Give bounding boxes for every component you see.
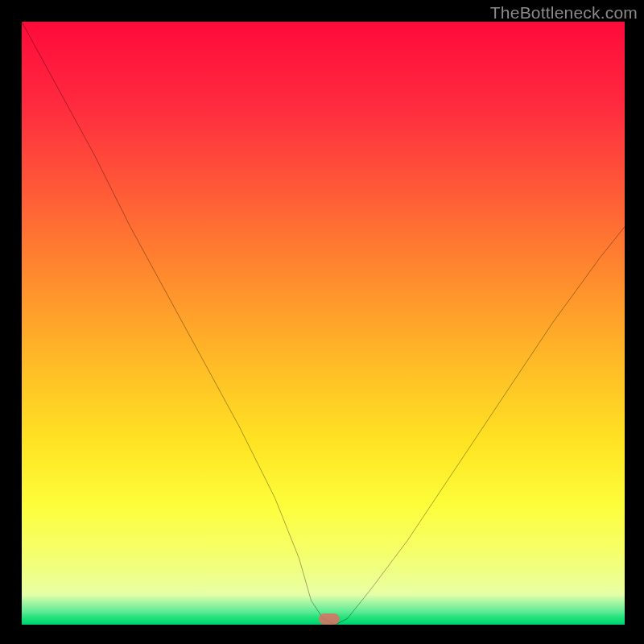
watermark-text: TheBottleneck.com — [490, 3, 638, 23]
bottleneck-curve — [22, 22, 625, 625]
curve-path — [22, 22, 625, 625]
plot-area — [22, 22, 625, 625]
chart-frame: TheBottleneck.com — [0, 0, 644, 644]
optimal-point-marker — [319, 613, 340, 625]
